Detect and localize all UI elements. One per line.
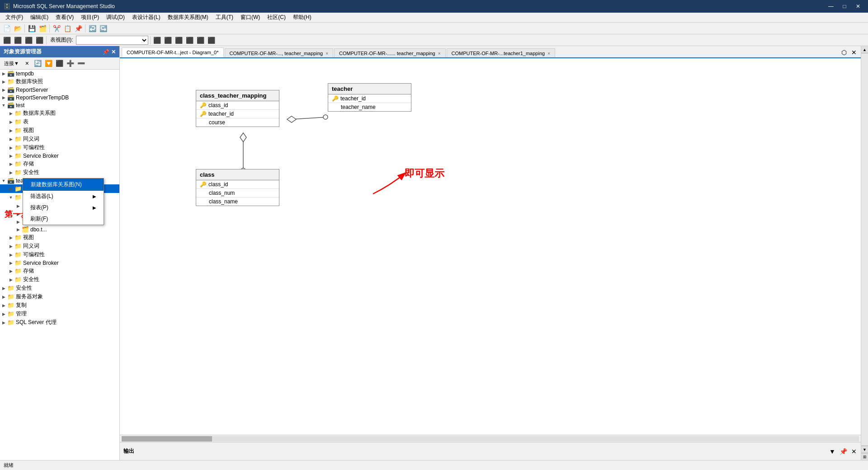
right-bottom-button[interactable]: ▼ [861, 446, 868, 453]
undo-button[interactable]: ↩️ [87, 24, 97, 33]
tb2-extra2[interactable]: ⬛ [163, 35, 173, 45]
tree-item-test-存储[interactable]: ▶📁存储 [0, 160, 119, 168]
close-tab-button[interactable]: ✕ [849, 47, 859, 57]
tree-expander[interactable]: ▶ [0, 80, 7, 84]
tree-expander[interactable]: ▶ [0, 71, 7, 76]
tree-expander[interactable]: ▶ [14, 220, 22, 224]
horizontal-scrollbar[interactable] [120, 435, 861, 442]
menu-item-F[interactable]: 文件(F) [2, 13, 27, 22]
tab-close-teacher_mapping1[interactable]: × [326, 51, 328, 56]
tree-expander[interactable]: ▶ [7, 120, 14, 124]
tree-expander[interactable]: ▶ [0, 295, 7, 299]
stop-button[interactable]: ⬛ [55, 58, 65, 68]
connect-button[interactable]: 连接▼ [2, 58, 21, 68]
tree-item-test[interactable]: ▼🗃️test [0, 101, 119, 109]
close-button[interactable]: ✕ [852, 1, 864, 11]
tree-item-tss-安全性[interactable]: ▶📁安全性 [0, 275, 119, 284]
tree-expander[interactable]: ▶ [7, 235, 14, 240]
scrollbar-track[interactable] [122, 436, 859, 442]
tree-item-服务器对象[interactable]: ▶📁服务器对象 [0, 292, 119, 301]
tab-close-teacher_mapping2[interactable]: × [438, 51, 441, 56]
db-table-class_teacher_mapping[interactable]: class_teacher_mapping🔑class_id🔑teacher_i… [196, 90, 279, 127]
menu-item-H[interactable]: 帮助(H) [289, 13, 315, 22]
diagram-canvas[interactable]: class_teacher_mapping🔑class_id🔑teacher_i… [120, 58, 861, 435]
tree-item-tss-同义词[interactable]: ▶📁同义词 [0, 242, 119, 250]
scrollbar-thumb[interactable] [122, 436, 212, 442]
open-button[interactable]: 📂 [13, 24, 23, 33]
tree-expander[interactable]: ▶ [0, 88, 7, 92]
tab-diagram0[interactable]: COMPUTER-OF-MR-t...ject - Diagram_0* [122, 47, 224, 58]
tree-item-tss-存储[interactable]: ▶📁存储 [0, 267, 119, 275]
tree-expander[interactable]: ▶ [0, 95, 7, 100]
tree-item-test-数据库关系图[interactable]: ▶📁数据库关系图 [0, 109, 119, 118]
tree-expander[interactable]: ▶ [7, 137, 14, 141]
cut-button[interactable]: ✂️ [52, 24, 61, 33]
filter-button[interactable]: 🔽 [44, 58, 54, 68]
tree-expander[interactable]: ▼ [7, 195, 14, 200]
tab-teacher_mapping1[interactable]: COMPUTER-OF-MR-..., teacher_mapping× [225, 48, 333, 58]
minimize-button[interactable]: — [825, 1, 837, 11]
menu-item-V[interactable]: 查看(V) [52, 13, 77, 22]
tab-close-teacher1_mapping[interactable]: × [547, 51, 550, 56]
ctx-item-filter[interactable]: 筛选器(L)▶ [23, 191, 104, 202]
tree-item-sql-agent[interactable]: ▶📁SQL Server 代理 [0, 318, 119, 327]
output-pin-button[interactable]: 📌 [838, 446, 848, 456]
redo-button[interactable]: ↪️ [98, 24, 108, 33]
tree-expander[interactable]: ▶ [14, 212, 22, 216]
tree-expander[interactable]: ▶ [7, 146, 14, 150]
tree-item-test-视图[interactable]: ▶📁视图 [0, 126, 119, 135]
tb2-extra5[interactable]: ⬛ [196, 35, 206, 45]
right-top-button[interactable]: ▲ [861, 46, 868, 53]
menu-item-E[interactable]: 编辑(E) [27, 13, 52, 22]
tree-expander[interactable]: ▶ [7, 277, 14, 282]
tree-expander[interactable]: ▶ [7, 253, 14, 257]
tree-expander[interactable]: ▶ [7, 162, 14, 166]
tb2-extra3[interactable]: ⬛ [174, 35, 184, 45]
new-query-button[interactable]: 📄 [2, 24, 12, 33]
pin-icon[interactable]: 📌 [103, 49, 109, 55]
close-explorer-icon[interactable]: ✕ [111, 49, 116, 55]
db-table-class[interactable]: class🔑class_idclass_numclass_name [196, 169, 279, 206]
tree-expander[interactable]: ▶ [7, 128, 14, 133]
paste-button[interactable]: 📌 [73, 24, 83, 33]
maximize-button[interactable]: □ [838, 1, 851, 11]
tb2-extra4[interactable]: ⬛ [185, 35, 195, 45]
tree-expander[interactable]: ▶ [0, 303, 7, 308]
disconnect-button[interactable]: × [22, 58, 32, 68]
tree-item-tss-可编程性[interactable]: ▶📁可编程性 [0, 250, 119, 259]
tree-expander[interactable]: ▶ [14, 204, 22, 208]
tree-item-tempdb[interactable]: ▶🗃️tempdb [0, 70, 119, 77]
tree-item-test-同义词[interactable]: ▶📁同义词 [0, 135, 119, 143]
tree-item-tss-service-broker[interactable]: ▶📁Service Broker [0, 259, 119, 267]
ctx-item-refresh[interactable]: 刷新(F) [23, 213, 104, 225]
tree-item-ReportServer[interactable]: ▶🗃️ReportServer [0, 86, 119, 94]
ctx-item-report[interactable]: 报表(P)▶ [23, 202, 104, 213]
expand-button[interactable]: ➕ [66, 58, 75, 68]
menu-item-L[interactable]: 表设计器(L) [128, 13, 164, 22]
copy-button[interactable]: 📋 [62, 24, 72, 33]
tree-expander[interactable]: ▶ [7, 187, 14, 191]
output-dropdown-button[interactable]: ▼ [827, 446, 837, 456]
tree-expander[interactable]: ▶ [7, 111, 14, 116]
menu-item-W[interactable]: 窗口(W) [237, 13, 264, 22]
tree-expander[interactable]: ▶ [14, 227, 22, 232]
save-button[interactable]: 💾 [27, 24, 37, 33]
tree-expander[interactable]: ▼ [0, 179, 7, 183]
output-close-button[interactable]: ✕ [849, 446, 859, 456]
tree-expander[interactable]: ▶ [7, 269, 14, 273]
save-all-button[interactable]: 🗂️ [38, 24, 47, 33]
tree-expander[interactable]: ▶ [7, 261, 14, 265]
tree-expander[interactable]: ▶ [7, 170, 14, 175]
tb2-btn2[interactable]: ⬛ [13, 35, 23, 45]
tree-expander[interactable]: ▶ [7, 154, 14, 158]
tree-item-test-表[interactable]: ▶📁表 [0, 118, 119, 126]
tree-expander[interactable]: ▼ [0, 103, 7, 108]
tb2-btn3[interactable]: ⬛ [24, 35, 33, 45]
menu-item-P[interactable]: 项目(P) [77, 13, 103, 22]
tree-item-test-安全性[interactable]: ▶📁安全性 [0, 168, 119, 177]
tree-item-tss-视图[interactable]: ▶📁视图 [0, 233, 119, 242]
float-button[interactable]: ⬡ [839, 47, 849, 57]
tree-expander[interactable]: ▶ [0, 286, 7, 291]
db-table-teacher[interactable]: teacher🔑teacher_idteacher_name [328, 83, 411, 112]
tree-item-安全性[interactable]: ▶📁安全性 [0, 284, 119, 292]
